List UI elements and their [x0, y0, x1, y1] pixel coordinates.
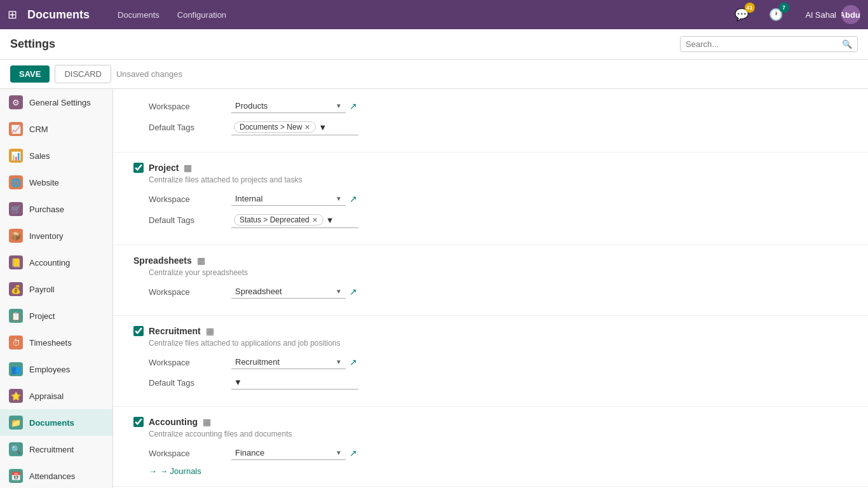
workspace-select-project[interactable]: Internal ▼	[231, 192, 346, 206]
tags-value-project: Status > Deprecated ✕ ▼	[231, 212, 358, 228]
attendances-icon: 📅	[9, 469, 23, 483]
workspace-select-recruitment[interactable]: Recruitment ▼	[231, 355, 346, 369]
project-icon: 📋	[9, 309, 23, 323]
tag-status-deprecated: Status > Deprecated ✕	[234, 214, 323, 226]
recruitment-icon: 🔍	[9, 442, 23, 456]
tag-close-icon[interactable]: ✕	[304, 123, 310, 132]
journals-link[interactable]: → → Journals	[149, 466, 848, 476]
sidebar-label-accounting: Accounting	[29, 258, 70, 268]
nav-configuration[interactable]: Configuration	[170, 6, 234, 24]
website-icon: 🌐	[9, 175, 23, 189]
field-row-workspace-accounting: Workspace Finance ▼ ↗	[149, 446, 848, 460]
sidebar-item-crm[interactable]: 📈 CRM	[0, 116, 112, 142]
tag-close-icon-status[interactable]: ✕	[312, 216, 318, 224]
save-button[interactable]: SAVE	[10, 65, 50, 83]
journals-arrow-icon: →	[149, 466, 157, 476]
sidebar-item-project[interactable]: 📋 Project	[0, 302, 112, 329]
accounting-description: Centralize accounting files and document…	[149, 430, 848, 438]
sidebar-label-sales: Sales	[29, 151, 50, 161]
sidebar-item-timesheets[interactable]: ⏱ Timesheets	[0, 329, 112, 356]
tags-box-products[interactable]: Documents > New ✕ ▼	[231, 119, 358, 135]
search-box[interactable]: 🔍	[680, 36, 858, 52]
action-bar: SAVE DISCARD Unsaved changes	[0, 60, 868, 89]
sidebar-label-recruitment: Recruitment	[29, 445, 74, 454]
page-title: Settings	[10, 37, 680, 51]
field-row-workspace-products: Workspace Products ▼ ↗	[149, 99, 848, 113]
sidebar-item-recruitment[interactable]: 🔍 Recruitment	[0, 436, 112, 463]
project-title: Project	[149, 163, 179, 173]
workspace-external-link-spreadsheets[interactable]: ↗	[349, 287, 357, 297]
grid-icon[interactable]: ⊞	[8, 8, 17, 22]
journals-label: → Journals	[159, 466, 201, 476]
workspace-value: Products ▼ ↗	[231, 99, 357, 113]
discard-button[interactable]: DISCARD	[55, 65, 111, 83]
sidebar-item-appraisal[interactable]: ⭐ Appraisal	[0, 383, 112, 409]
sidebar-item-inventory[interactable]: 📦 Inventory	[0, 222, 112, 249]
tags-box-project[interactable]: Status > Deprecated ✕ ▼	[231, 212, 358, 228]
workspace-external-link-products[interactable]: ↗	[349, 101, 357, 111]
sidebar-item-accounting[interactable]: 📒 Accounting	[0, 249, 112, 276]
general-settings-icon: ⚙	[9, 95, 23, 109]
sidebar-item-sales[interactable]: 📊 Sales	[0, 142, 112, 169]
subheader: Settings 🔍	[0, 29, 868, 60]
section-project: Project ▦ Centralize files attached to p…	[113, 152, 868, 245]
accounting-grid-icon: ▦	[203, 417, 211, 427]
sidebar-item-general-settings[interactable]: ⚙ General Settings	[0, 89, 112, 116]
sidebar-item-website[interactable]: 🌐 Website	[0, 169, 112, 196]
activity-badge: 7	[779, 3, 789, 13]
workspace-label-accounting: Workspace	[149, 449, 231, 458]
nav-documents[interactable]: Documents	[110, 6, 167, 24]
activity-button[interactable]: 🕐 7	[766, 5, 785, 24]
workspace-select-text-project: Internal	[235, 194, 336, 203]
sidebar-label-timesheets: Timesheets	[29, 338, 72, 348]
section-header-recruitment: Recruitment ▦	[133, 326, 848, 336]
messages-badge: 41	[745, 3, 755, 13]
project-checkbox[interactable]	[133, 163, 144, 173]
unsaved-label: Unsaved changes	[116, 69, 182, 79]
spreadsheets-grid-icon: ▦	[197, 255, 205, 266]
field-row-tags-recruitment: Default Tags ▼	[149, 376, 848, 390]
sidebar-label-employees: Employees	[29, 365, 70, 374]
workspace-value-accounting: Finance ▼ ↗	[231, 446, 357, 460]
appraisal-icon: ⭐	[9, 389, 23, 403]
accounting-title: Accounting	[149, 417, 198, 427]
sidebar-item-payroll[interactable]: 💰 Payroll	[0, 276, 112, 302]
project-description: Centralize files attached to projects an…	[149, 175, 848, 184]
workspace-label-spreadsheets: Workspace	[149, 287, 231, 297]
employees-icon: 👥	[9, 362, 23, 376]
workspace-select-accounting[interactable]: Finance ▼	[231, 446, 346, 460]
workspace-select-products[interactable]: Products ▼	[231, 99, 346, 113]
messages-button[interactable]: 💬 41	[732, 5, 751, 24]
search-input[interactable]	[686, 39, 842, 49]
app-title: Documents	[27, 8, 90, 22]
default-tags-label-project: Default Tags	[149, 215, 231, 225]
sidebar-item-employees[interactable]: 👥 Employees	[0, 356, 112, 383]
chevron-down-icon-spreadsheets: ▼	[336, 288, 342, 295]
sidebar-label-payroll: Payroll	[29, 285, 55, 294]
tag-text: Documents > New	[240, 123, 302, 132]
section-products-partial: Workspace Products ▼ ↗ Default Tags	[113, 89, 868, 152]
sidebar: ⚙ General Settings 📈 CRM 📊 Sales 🌐 Websi…	[0, 89, 113, 488]
workspace-select-text-accounting: Finance	[235, 448, 336, 458]
workspace-external-link-accounting[interactable]: ↗	[349, 448, 357, 458]
tags-chevron-icon: ▼	[318, 123, 327, 132]
accounting-checkbox[interactable]	[133, 417, 144, 427]
tags-box-recruitment[interactable]: ▼	[231, 376, 358, 390]
recruitment-checkbox[interactable]	[133, 326, 144, 336]
sidebar-item-attendances[interactable]: 📅 Attendances	[0, 463, 112, 488]
sidebar-item-purchase[interactable]: 🛒 Purchase	[0, 196, 112, 222]
avatar: Abdul	[841, 5, 860, 24]
workspace-value-project: Internal ▼ ↗	[231, 192, 357, 206]
inventory-icon: 📦	[9, 229, 23, 243]
spreadsheets-description: Centralize your spreadsheets	[149, 268, 848, 277]
field-row-workspace-project: Workspace Internal ▼ ↗	[149, 192, 848, 206]
sidebar-label-documents: Documents	[29, 418, 74, 428]
workspace-external-link-project[interactable]: ↗	[349, 194, 357, 204]
user-area[interactable]: Al Sahal Abdul	[806, 5, 860, 24]
spreadsheets-title: Spreadsheets	[133, 255, 192, 266]
workspace-external-link-recruitment[interactable]: ↗	[349, 357, 357, 367]
user-name: Al Sahal	[806, 10, 836, 20]
sidebar-item-documents[interactable]: 📁 Documents	[0, 409, 112, 436]
workspace-select-spreadsheets[interactable]: Spreadsheet ▼	[231, 285, 346, 299]
sidebar-label-general-settings: General Settings	[29, 98, 91, 107]
